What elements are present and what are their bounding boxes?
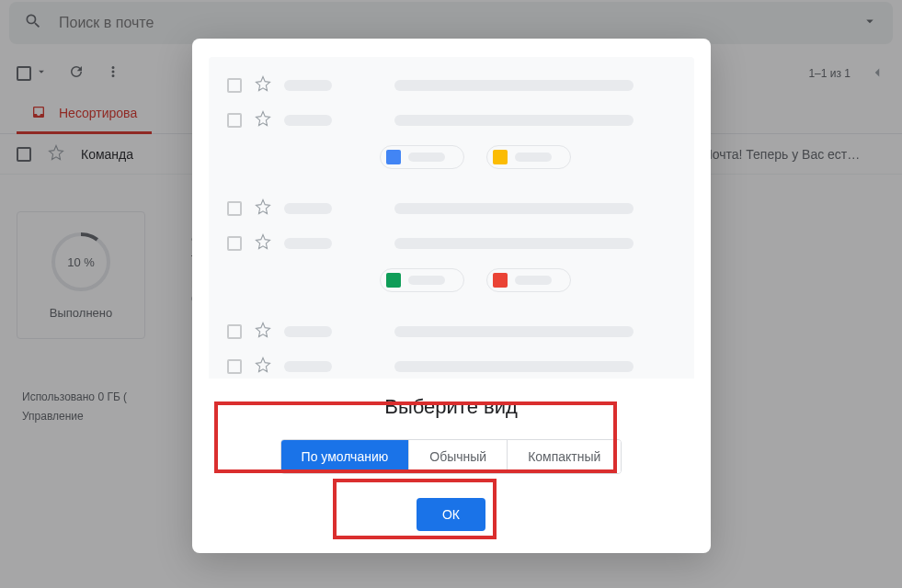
density-preview (209, 57, 694, 379)
density-compact-button[interactable]: Компактный (508, 440, 621, 473)
modal-title: Выберите вид (192, 395, 711, 419)
ok-button[interactable]: ОК (417, 498, 485, 531)
density-comfortable-button[interactable]: Обычный (409, 440, 508, 473)
view-options: По умолчанию Обычный Компактный (192, 439, 711, 474)
density-default-button[interactable]: По умолчанию (281, 440, 410, 473)
view-density-modal: Выберите вид По умолчанию Обычный Компак… (192, 39, 711, 553)
